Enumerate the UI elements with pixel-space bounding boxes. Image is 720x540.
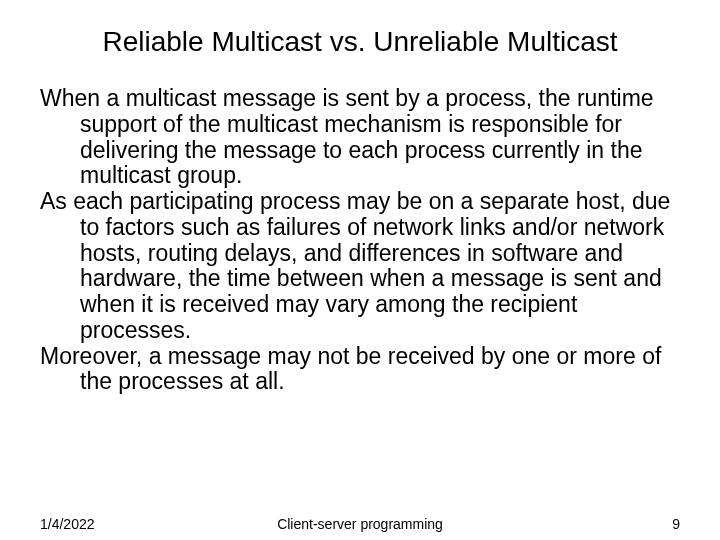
- paragraph-2: As each participating process may be on …: [40, 189, 680, 344]
- paragraph-3: Moreover, a message may not be received …: [40, 344, 680, 396]
- footer-center: Client-server programming: [0, 516, 720, 532]
- paragraph-1: When a multicast message is sent by a pr…: [40, 86, 680, 189]
- slide-title: Reliable Multicast vs. Unreliable Multic…: [40, 26, 680, 58]
- slide: Reliable Multicast vs. Unreliable Multic…: [0, 0, 720, 540]
- slide-body: When a multicast message is sent by a pr…: [40, 86, 680, 395]
- footer-page-number: 9: [672, 516, 680, 532]
